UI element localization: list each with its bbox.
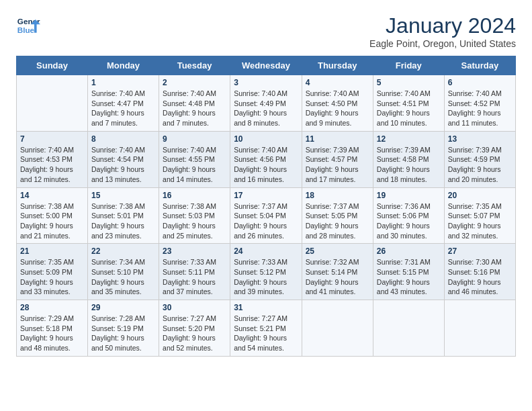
logo: General Blue <box>16 13 40 38</box>
day-number: 21 <box>20 246 84 256</box>
day-info: Sunrise: 7:33 AMSunset: 5:11 PMDaylight:… <box>163 257 226 297</box>
day-info: Sunrise: 7:39 AMSunset: 4:59 PMDaylight:… <box>448 145 512 185</box>
day-number: 16 <box>163 191 226 200</box>
calendar-subtitle: Eagle Point, Oregon, United States <box>369 38 516 49</box>
day-number: 15 <box>91 191 155 200</box>
calendar-cell: 27Sunrise: 7:30 AMSunset: 5:16 PMDayligh… <box>444 244 515 300</box>
header-saturday: Saturday <box>444 56 515 75</box>
calendar-week-row: 7Sunrise: 7:40 AMSunset: 4:53 PMDaylight… <box>17 131 516 187</box>
calendar-week-row: 1Sunrise: 7:40 AMSunset: 4:47 PMDaylight… <box>17 75 516 132</box>
day-number: 20 <box>448 191 512 200</box>
calendar-cell: 13Sunrise: 7:39 AMSunset: 4:59 PMDayligh… <box>444 131 515 187</box>
day-number: 18 <box>306 191 369 200</box>
logo-icon: General Blue <box>16 13 40 38</box>
calendar-week-row: 14Sunrise: 7:38 AMSunset: 5:00 PMDayligh… <box>17 187 516 244</box>
day-number: 24 <box>234 246 298 256</box>
day-number: 14 <box>20 191 84 200</box>
svg-text:Blue: Blue <box>17 26 35 34</box>
day-number: 3 <box>234 78 298 87</box>
header-wednesday: Wednesday <box>230 56 302 75</box>
day-info: Sunrise: 7:36 AMSunset: 5:06 PMDaylight:… <box>377 201 441 241</box>
calendar-week-row: 28Sunrise: 7:29 AMSunset: 5:18 PMDayligh… <box>17 300 516 357</box>
calendar-cell: 3Sunrise: 7:40 AMSunset: 4:49 PMDaylight… <box>230 75 302 132</box>
day-info: Sunrise: 7:40 AMSunset: 4:55 PMDaylight:… <box>163 145 226 185</box>
calendar-cell: 6Sunrise: 7:40 AMSunset: 4:52 PMDaylight… <box>444 75 515 132</box>
day-number: 2 <box>163 78 226 87</box>
day-info: Sunrise: 7:40 AMSunset: 4:51 PMDaylight:… <box>377 89 441 128</box>
calendar-cell: 4Sunrise: 7:40 AMSunset: 4:50 PMDaylight… <box>302 75 373 132</box>
calendar-cell: 14Sunrise: 7:38 AMSunset: 5:00 PMDayligh… <box>17 187 88 244</box>
day-info: Sunrise: 7:30 AMSunset: 5:16 PMDaylight:… <box>448 257 512 297</box>
calendar-cell: 2Sunrise: 7:40 AMSunset: 4:48 PMDaylight… <box>159 75 230 132</box>
day-info: Sunrise: 7:34 AMSunset: 5:10 PMDaylight:… <box>91 257 155 297</box>
day-info: Sunrise: 7:38 AMSunset: 5:00 PMDaylight:… <box>20 201 84 241</box>
calendar-cell <box>373 300 444 357</box>
calendar-week-row: 21Sunrise: 7:35 AMSunset: 5:09 PMDayligh… <box>17 244 516 300</box>
calendar-cell <box>302 300 373 357</box>
calendar-cell <box>444 300 515 357</box>
day-number: 10 <box>234 134 298 144</box>
day-info: Sunrise: 7:33 AMSunset: 5:12 PMDaylight:… <box>234 257 298 297</box>
calendar-header-row: SundayMondayTuesdayWednesdayThursdayFrid… <box>17 56 516 75</box>
calendar-table: SundayMondayTuesdayWednesdayThursdayFrid… <box>16 56 516 357</box>
day-number: 13 <box>448 134 512 144</box>
calendar-cell: 20Sunrise: 7:35 AMSunset: 5:07 PMDayligh… <box>444 187 515 244</box>
day-number: 31 <box>234 303 298 312</box>
header-friday: Friday <box>373 56 444 75</box>
day-info: Sunrise: 7:32 AMSunset: 5:14 PMDaylight:… <box>306 257 369 297</box>
day-info: Sunrise: 7:27 AMSunset: 5:20 PMDaylight:… <box>163 314 226 353</box>
header-tuesday: Tuesday <box>159 56 230 75</box>
day-info: Sunrise: 7:27 AMSunset: 5:21 PMDaylight:… <box>234 314 298 353</box>
day-info: Sunrise: 7:35 AMSunset: 5:09 PMDaylight:… <box>20 257 84 297</box>
day-number: 27 <box>448 246 512 256</box>
calendar-cell: 16Sunrise: 7:38 AMSunset: 5:03 PMDayligh… <box>159 187 230 244</box>
day-info: Sunrise: 7:39 AMSunset: 4:58 PMDaylight:… <box>377 145 441 185</box>
day-number: 30 <box>163 303 226 312</box>
calendar-cell: 17Sunrise: 7:37 AMSunset: 5:04 PMDayligh… <box>230 187 302 244</box>
calendar-cell: 29Sunrise: 7:28 AMSunset: 5:19 PMDayligh… <box>88 300 159 357</box>
day-number: 28 <box>20 303 84 312</box>
calendar-cell: 21Sunrise: 7:35 AMSunset: 5:09 PMDayligh… <box>17 244 88 300</box>
day-info: Sunrise: 7:40 AMSunset: 4:48 PMDaylight:… <box>163 89 226 128</box>
calendar-cell: 12Sunrise: 7:39 AMSunset: 4:58 PMDayligh… <box>373 131 444 187</box>
calendar-cell: 22Sunrise: 7:34 AMSunset: 5:10 PMDayligh… <box>88 244 159 300</box>
calendar-cell: 15Sunrise: 7:38 AMSunset: 5:01 PMDayligh… <box>88 187 159 244</box>
calendar-cell: 19Sunrise: 7:36 AMSunset: 5:06 PMDayligh… <box>373 187 444 244</box>
calendar-cell: 25Sunrise: 7:32 AMSunset: 5:14 PMDayligh… <box>302 244 373 300</box>
day-info: Sunrise: 7:38 AMSunset: 5:03 PMDaylight:… <box>163 201 226 241</box>
day-info: Sunrise: 7:35 AMSunset: 5:07 PMDaylight:… <box>448 201 512 241</box>
day-number: 7 <box>20 134 84 144</box>
calendar-cell: 9Sunrise: 7:40 AMSunset: 4:55 PMDaylight… <box>159 131 230 187</box>
day-info: Sunrise: 7:31 AMSunset: 5:15 PMDaylight:… <box>377 257 441 297</box>
calendar-cell: 31Sunrise: 7:27 AMSunset: 5:21 PMDayligh… <box>230 300 302 357</box>
day-number: 8 <box>91 134 155 144</box>
day-info: Sunrise: 7:28 AMSunset: 5:19 PMDaylight:… <box>91 314 155 353</box>
calendar-cell: 30Sunrise: 7:27 AMSunset: 5:20 PMDayligh… <box>159 300 230 357</box>
calendar-title: January 2024 <box>369 13 516 38</box>
header-sunday: Sunday <box>17 56 88 75</box>
calendar-cell: 18Sunrise: 7:37 AMSunset: 5:05 PMDayligh… <box>302 187 373 244</box>
day-number: 12 <box>377 134 441 144</box>
day-number: 1 <box>91 78 155 87</box>
day-number: 26 <box>377 246 441 256</box>
day-info: Sunrise: 7:29 AMSunset: 5:18 PMDaylight:… <box>20 314 84 353</box>
day-number: 6 <box>448 78 512 87</box>
day-info: Sunrise: 7:39 AMSunset: 4:57 PMDaylight:… <box>306 145 369 185</box>
day-number: 22 <box>91 246 155 256</box>
day-info: Sunrise: 7:40 AMSunset: 4:52 PMDaylight:… <box>448 89 512 128</box>
calendar-cell <box>17 75 88 132</box>
calendar-cell: 5Sunrise: 7:40 AMSunset: 4:51 PMDaylight… <box>373 75 444 132</box>
calendar-cell: 8Sunrise: 7:40 AMSunset: 4:54 PMDaylight… <box>88 131 159 187</box>
header-thursday: Thursday <box>302 56 373 75</box>
day-info: Sunrise: 7:40 AMSunset: 4:56 PMDaylight:… <box>234 145 298 185</box>
day-number: 29 <box>91 303 155 312</box>
day-number: 25 <box>306 246 369 256</box>
calendar-cell: 7Sunrise: 7:40 AMSunset: 4:53 PMDaylight… <box>17 131 88 187</box>
page-header: General Blue January 2024 Eagle Point, O… <box>16 13 516 49</box>
day-info: Sunrise: 7:40 AMSunset: 4:50 PMDaylight:… <box>306 89 369 128</box>
day-info: Sunrise: 7:40 AMSunset: 4:54 PMDaylight:… <box>91 145 155 185</box>
calendar-cell: 10Sunrise: 7:40 AMSunset: 4:56 PMDayligh… <box>230 131 302 187</box>
day-number: 17 <box>234 191 298 200</box>
title-area: January 2024 Eagle Point, Oregon, United… <box>369 13 516 49</box>
calendar-cell: 26Sunrise: 7:31 AMSunset: 5:15 PMDayligh… <box>373 244 444 300</box>
